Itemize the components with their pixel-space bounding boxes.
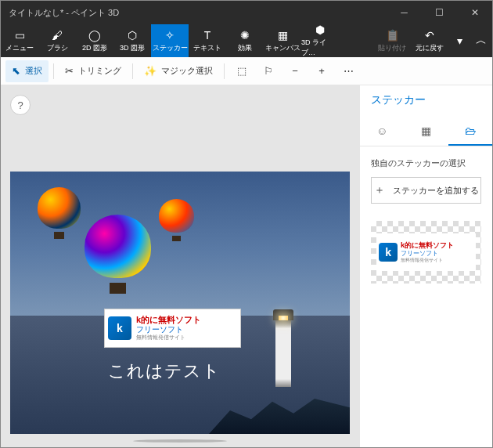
zoom-in-button[interactable]: + <box>309 60 334 82</box>
window-title: タイトルなし* - ペイント 3D <box>1 7 387 19</box>
minimize-button[interactable]: ─ <box>387 1 422 24</box>
view3d-button[interactable]: ⬚ <box>229 60 254 82</box>
mixed-reality-button[interactable]: ⚐ <box>256 60 281 82</box>
maximize-button[interactable]: ☐ <box>422 1 457 24</box>
app-window: タイトルなし* - ペイント 3D ─ ☐ ✕ ▭ メニュー 🖌 ブラシ ◯ 2… <box>0 0 493 448</box>
canvas-area: ? k的に無料ソフト フリーソフト 無料情報発信サイト これはテスト <box>1 85 359 447</box>
help-button[interactable]: ? <box>10 95 31 115</box>
body: ? k的に無料ソフト フリーソフト 無料情報発信サイト これはテスト <box>1 85 492 447</box>
balloon-image <box>38 187 81 246</box>
ribbon: ▭ メニュー 🖌 ブラシ ◯ 2D 図形 ⬡ 3D 図形 ✧ ステッカー T テ… <box>1 24 492 57</box>
effects-tab[interactable]: ✺ 効果 <box>226 24 264 57</box>
flag-icon: ⚐ <box>264 65 273 77</box>
effects-icon: ✺ <box>240 29 250 42</box>
cursor-icon: ⬉ <box>12 65 20 77</box>
lib3d-tab[interactable]: ⬢ 3D ライブ… <box>301 24 339 57</box>
side-panel: ステッカー ☺ ▦ 🗁 独自のステッカーの選択 ＋ ステッカーを追加する k的に… <box>359 85 492 447</box>
text-icon: T <box>204 29 211 42</box>
more-dropdown[interactable]: ▾ <box>448 24 470 57</box>
titlebar: タイトルなし* - ペイント 3D ─ ☐ ✕ <box>1 1 492 24</box>
sticker-line1: k的に無料ソフト <box>136 315 201 325</box>
canvas-text[interactable]: これはテスト <box>108 359 221 383</box>
dots-icon: ⋯ <box>344 65 354 77</box>
paste-button[interactable]: 📋 貼り付け <box>373 24 411 57</box>
menu-button[interactable]: ▭ メニュー <box>1 24 38 57</box>
minus-icon: − <box>292 65 298 77</box>
balloon-image <box>159 199 194 247</box>
toolbar: ⬉ 選択 ✂ トリミング ✨ マジック選択 ⬚ ⚐ − + ⋯ <box>1 57 492 85</box>
stickers-icon: ✧ <box>165 29 175 42</box>
canvas-icon: ▦ <box>278 29 288 42</box>
sticker-thumbnail[interactable]: k的に無料ソフト フリーソフト 無料情報発信サイト <box>371 221 481 284</box>
section-title: 独自のステッカーの選択 <box>360 146 492 177</box>
chevron-up-icon: ︿ <box>476 34 487 47</box>
sticker-shapes-tab[interactable]: ☺ <box>360 117 404 146</box>
sticker-logo-icon <box>108 316 131 340</box>
smiley-icon: ☺ <box>376 125 387 137</box>
lighthouse-image <box>275 320 291 387</box>
canvas-tab[interactable]: ▦ キャンバス <box>264 24 301 57</box>
select-tool[interactable]: ⬉ 選択 <box>5 60 49 82</box>
add-sticker-button[interactable]: ＋ ステッカーを追加する <box>371 177 481 204</box>
plus-icon: ＋ <box>374 183 385 197</box>
stickers-tab[interactable]: ✧ ステッカー <box>151 24 189 57</box>
plus-icon: + <box>318 65 325 77</box>
canvas[interactable]: k的に無料ソフト フリーソフト 無料情報発信サイト これはテスト <box>10 172 350 434</box>
shapes2d-tab[interactable]: ◯ 2D 図形 <box>76 24 113 57</box>
lib3d-icon: ⬢ <box>315 23 325 36</box>
texture-icon: ▦ <box>421 125 431 137</box>
undo-icon: ↶ <box>425 29 434 42</box>
zoom-out-button[interactable]: − <box>282 60 308 82</box>
sticker-textures-tab[interactable]: ▦ <box>404 117 448 146</box>
crop-icon: ✂ <box>65 65 74 77</box>
shapes2d-icon: ◯ <box>88 29 101 42</box>
panel-title: ステッカー <box>360 85 492 112</box>
sticker-custom-tab[interactable]: 🗁 <box>448 117 492 146</box>
placed-sticker[interactable]: k的に無料ソフト フリーソフト 無料情報発信サイト <box>104 309 241 348</box>
shapes3d-tab[interactable]: ⬡ 3D 図形 <box>113 24 151 57</box>
sticker-tabs: ☺ ▦ 🗁 <box>360 117 492 146</box>
folder-icon: 🗁 <box>465 125 476 137</box>
sticker-line3: 無料情報発信サイト <box>136 334 201 341</box>
paste-icon: 📋 <box>386 29 399 42</box>
collapse-button[interactable]: ︿ <box>470 24 492 57</box>
chevron-down-icon: ▾ <box>457 34 462 47</box>
cube-icon: ⬚ <box>237 65 246 77</box>
brush-icon: 🖌 <box>52 29 63 42</box>
magic-select-tool[interactable]: ✨ マジック選択 <box>138 60 219 82</box>
sticker-line2: フリーソフト <box>136 325 201 334</box>
undo-button[interactable]: ↶ 元に戻す <box>411 24 448 57</box>
sticker-logo-icon <box>379 243 398 262</box>
shapes3d-icon: ⬡ <box>128 29 137 42</box>
scroll-indicator <box>133 439 227 443</box>
brush-tab[interactable]: 🖌 ブラシ <box>38 24 76 57</box>
close-button[interactable]: ✕ <box>457 1 492 24</box>
balloon-image <box>85 215 151 305</box>
more-tools-button[interactable]: ⋯ <box>336 60 361 82</box>
magic-icon: ✨ <box>144 65 157 77</box>
text-tab[interactable]: T テキスト <box>189 24 226 57</box>
menu-icon: ▭ <box>15 29 25 42</box>
crop-tool[interactable]: ✂ トリミング <box>59 60 128 82</box>
